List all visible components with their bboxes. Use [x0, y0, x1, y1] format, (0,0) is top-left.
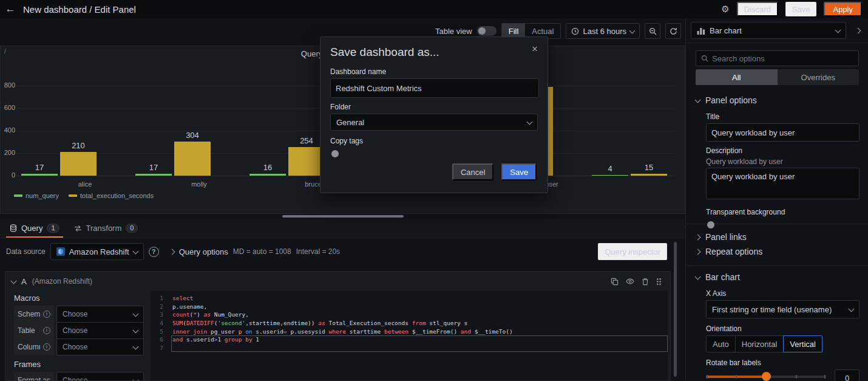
tab-all[interactable]: All [696, 69, 778, 85]
rotate-slider[interactable]: -90° -45° 0° 45° 90° [706, 369, 826, 381]
repeat-options-header[interactable]: Repeat options [696, 245, 859, 258]
column-label: Column [18, 343, 40, 351]
drag-handle-grip-icon[interactable] [656, 278, 662, 286]
column-select[interactable]: Choose [56, 338, 144, 355]
schema-select[interactable]: Choose [56, 306, 144, 323]
x-axis-select[interactable]: First string or time field (usename) [706, 300, 860, 318]
panel-options-header[interactable]: Panel options [696, 95, 859, 105]
bar-value-label: 210 [48, 142, 109, 150]
slider-handle[interactable] [762, 372, 771, 381]
panel-links-header[interactable]: Panel links [696, 230, 859, 244]
datasource-picker[interactable]: Amazon Redshift [50, 243, 144, 260]
sidebar-header: Bar chart [686, 18, 868, 43]
bar-value-label: 15 [619, 163, 679, 172]
chevron-down-icon [133, 311, 139, 317]
duplicate-query-icon[interactable] [611, 278, 619, 286]
dashboard-name-input[interactable] [330, 78, 539, 98]
y-axis-tick-label: 600 [1, 104, 15, 111]
max-data-points-summary: MD = auto = 1008 [233, 247, 291, 256]
orientation-label: Orientation [706, 324, 859, 333]
format-as-field-row: Format as Choose [14, 372, 151, 381]
bar-num_query[interactable] [592, 175, 628, 176]
collapse-options-pane-button[interactable] [852, 24, 863, 36]
legend-item-total-execution-seconds[interactable]: total_execution_seconds [69, 192, 154, 199]
panel-description-textarea[interactable]: Query workload by user [706, 168, 860, 199]
tab-transform[interactable]: Transform 0 [69, 219, 143, 238]
divider [686, 266, 868, 266]
zoom-out-button[interactable] [645, 23, 660, 39]
options-sidebar: Bar chart All Overrides Panel options Ti… [685, 18, 868, 381]
collapse-query-icon[interactable] [11, 278, 17, 284]
hide-query-eye-icon[interactable] [626, 278, 634, 285]
orientation-vertical[interactable]: Vertical [783, 335, 822, 352]
bar-total_execution_seconds[interactable] [631, 174, 667, 176]
panel-title-input[interactable] [706, 123, 860, 142]
rotate-value-input[interactable] [835, 369, 860, 381]
datasource-help-icon[interactable]: ? [149, 247, 159, 257]
query-row-header[interactable]: A (Amazon Redshift) [5, 272, 670, 291]
slider-tick [736, 375, 737, 379]
editor-scrollbar[interactable] [674, 242, 677, 377]
macros-column: Macros Schemai Choose Tablei Choose Colu… [5, 291, 151, 381]
info-icon[interactable]: i [43, 311, 50, 318]
x-axis-label: molly [163, 180, 236, 188]
bar-total_execution_seconds[interactable] [60, 152, 97, 176]
delete-query-trash-icon[interactable] [642, 278, 649, 286]
select-value: Choose [63, 343, 87, 351]
save-button[interactable]: Save [785, 2, 817, 16]
modal-actions: Cancel Save [452, 163, 537, 180]
bar-value-label: 304 [162, 131, 223, 140]
back-arrow-button[interactable]: ← [0, 0, 21, 18]
info-icon[interactable]: i [43, 343, 50, 351]
splitter-grip[interactable] [282, 215, 404, 218]
legend-item-num-query[interactable]: num_query [14, 192, 59, 199]
chevron-right-icon [695, 249, 701, 255]
code-lines[interactable]: selectp.usename,count(*) as Num_Query,SU… [169, 291, 668, 381]
modal-save-button[interactable]: Save [501, 163, 537, 180]
tab-label: Transform [86, 224, 122, 233]
orientation-auto[interactable]: Auto [706, 335, 736, 352]
time-range-picker[interactable]: Last 6 hours [566, 23, 640, 39]
tab-overrides[interactable]: Overrides [778, 69, 860, 85]
x-axis-label: X Axis [706, 289, 859, 298]
table-view-toggle[interactable] [477, 26, 497, 36]
table-select[interactable]: Choose [56, 322, 144, 339]
panel-info-icon[interactable]: i [4, 47, 5, 55]
orientation-radio-group: Auto Horizontal Vertical [706, 335, 859, 352]
discard-button[interactable]: Discard [737, 2, 778, 16]
legend-swatch [69, 194, 77, 197]
chevron-down-icon [849, 306, 855, 312]
data-pane-tabs: Query 1 Transform 0 [0, 219, 685, 238]
legend-swatch [14, 194, 22, 197]
folder-select[interactable]: General [330, 114, 538, 131]
cancel-button[interactable]: Cancel [452, 163, 493, 180]
bar-chart-header[interactable]: Bar chart [696, 272, 859, 282]
table-label: Table [18, 326, 35, 335]
bar-num_query[interactable] [21, 174, 58, 176]
format-as-select[interactable]: Choose [56, 372, 144, 381]
x-axis-value: First string or time field (usename) [712, 305, 832, 314]
interval-summary: Interval = 20s [296, 247, 340, 256]
description-hint: Query workload by user [706, 157, 860, 166]
pane-splitter[interactable] [0, 214, 685, 219]
options-search[interactable] [696, 50, 859, 66]
clock-icon [571, 27, 579, 35]
bar-num_query[interactable] [249, 174, 286, 176]
orientation-horizontal[interactable]: Horizontal [736, 335, 784, 352]
search-input[interactable] [712, 54, 853, 63]
refresh-button[interactable] [665, 23, 681, 39]
visualization-picker[interactable]: Bar chart [691, 22, 846, 39]
bar-total_execution_seconds[interactable] [174, 142, 211, 176]
tab-label: Query [21, 224, 42, 233]
apply-button[interactable]: Apply [824, 2, 862, 16]
info-icon[interactable]: i [43, 327, 50, 334]
close-icon[interactable]: × [532, 44, 538, 54]
query-inspector-button[interactable]: Query inspector [598, 243, 667, 260]
bar-total_execution_seconds[interactable] [288, 147, 325, 176]
query-options-toggle[interactable]: Query options [179, 247, 228, 256]
sql-code-editor[interactable]: 1234567 selectp.usename,count(*) as Num_… [151, 291, 668, 381]
copy-tags-label: Copy tags [330, 137, 538, 145]
gear-icon[interactable]: ⚙ [721, 4, 729, 15]
bar-num_query[interactable] [135, 174, 172, 176]
tab-query[interactable]: Query 1 [5, 219, 64, 238]
